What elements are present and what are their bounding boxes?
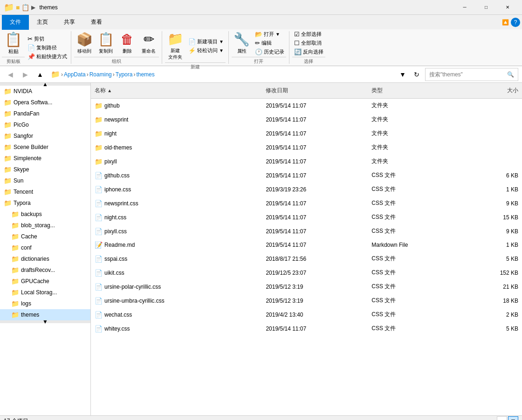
paste-button[interactable]: 📋 粘贴 — [2, 30, 25, 56]
invert-select-button[interactable]: 🔄 反向选择 — [292, 48, 325, 56]
table-row[interactable]: 📄 github.css 2019/5/14 11:07 CSS 文件 6 KB — [91, 169, 522, 183]
open-button[interactable]: 📂 打开 ▼ — [253, 30, 286, 38]
table-row[interactable]: 📄 ursine-polar-cyrillic.css 2019/5/12 3:… — [91, 280, 522, 294]
close-button[interactable]: ✕ — [497, 0, 518, 15]
breadcrumb-themes[interactable]: themes — [136, 71, 154, 78]
table-row[interactable]: 📁 github 2019/5/14 11:07 文件夹 — [91, 99, 522, 113]
file-list-header: 名称 ▲ 修改日期 类型 大小 — [91, 83, 522, 99]
file-date: 2019/5/14 11:07 — [262, 170, 368, 181]
breadcrumb-appdata[interactable]: AppData — [64, 71, 86, 78]
table-row[interactable]: 📄 whitey.css 2019/5/14 11:07 CSS 文件 5 KB — [91, 322, 522, 336]
details-view-button[interactable]: ⊞ — [508, 416, 518, 420]
paste-shortcut-button[interactable]: 📌 粘贴快捷方式 — [26, 53, 69, 61]
sidebar-item-simplenote[interactable]: 📁 Simplenote — [0, 153, 90, 164]
sidebar-item-scene-builder[interactable]: 📁 Scene Builder — [0, 142, 90, 153]
sidebar-item-skype[interactable]: 📁 Skype — [0, 164, 90, 175]
sidebar-item-local-storage[interactable]: 📁 Local Storag... — [0, 287, 90, 298]
tab-file[interactable]: 文件 — [2, 15, 29, 30]
sidebar-item-gpu-cache[interactable]: 📁 GPUCache — [0, 276, 90, 287]
copy-to-button[interactable]: 📋 复制到 — [96, 31, 116, 55]
table-row[interactable]: 📄 night.css 2019/5/14 11:07 CSS 文件 15 KB — [91, 210, 522, 224]
col-type-header[interactable]: 类型 — [368, 85, 457, 96]
table-row[interactable]: 📁 night 2019/5/14 11:07 文件夹 — [91, 127, 522, 141]
sidebar-item-logs[interactable]: 📁 logs — [0, 298, 90, 309]
file-type: CSS 文件 — [368, 197, 457, 209]
table-row[interactable]: 📁 pixyll 2019/5/14 11:07 文件夹 — [91, 155, 522, 169]
copy-path-button[interactable]: 📄 复制路径 — [26, 44, 69, 52]
table-row[interactable]: 📄 ursine-umbra-cyrillic.css 2019/5/12 3:… — [91, 294, 522, 308]
col-name-header[interactable]: 名称 ▲ — [91, 85, 262, 96]
delete-button[interactable]: 🗑 删除 — [117, 31, 137, 55]
col-size-header[interactable]: 大小 — [457, 85, 522, 96]
easy-access-button[interactable]: ⚡ 轻松访问 ▼ — [186, 47, 226, 54]
new-item-button[interactable]: 📄 新建项目 ▼ — [186, 38, 226, 46]
file-size: 18 KB — [457, 296, 522, 306]
sidebar-item-dictionaries[interactable]: 📁 dictionaries — [0, 253, 90, 264]
breadcrumb-typora[interactable]: Typora — [116, 71, 133, 78]
rename-button[interactable]: ✏ 重命名 — [138, 31, 159, 55]
table-row[interactable]: 📄 wechat.css 2019/4/2 13:40 CSS 文件 2 KB — [91, 308, 522, 322]
search-box[interactable]: 🔍 — [425, 68, 518, 81]
back-button[interactable]: ◀ — [4, 68, 17, 81]
sidebar-item-tencent[interactable]: 📁 Tencent — [0, 186, 90, 197]
sidebar-item-backups[interactable]: 📁 backups — [0, 209, 90, 220]
sidebar-item-sangfor[interactable]: 📁 Sangfor — [0, 130, 90, 142]
file-date: 2019/4/2 13:40 — [262, 310, 368, 320]
sidebar-item-conf[interactable]: 📁 conf — [0, 242, 90, 253]
sidebar-item-picgo[interactable]: 📁 PicGo — [0, 119, 90, 130]
refresh-button[interactable]: ↻ — [410, 68, 423, 81]
minimize-button[interactable]: ─ — [454, 0, 475, 15]
tab-home[interactable]: 主页 — [29, 15, 56, 29]
file-name: 📄 newsprint.css — [91, 198, 262, 209]
table-row[interactable]: 📝 Readme.md 2019/5/14 11:07 Markdown Fil… — [91, 238, 522, 252]
cut-button[interactable]: ✂ 剪切 — [26, 35, 69, 43]
file-type: CSS 文件 — [368, 323, 457, 334]
folder-icon: 📁 — [4, 143, 12, 151]
sidebar-item-drafts-recovery[interactable]: 📁 draftsRecov... — [0, 264, 90, 276]
tab-view[interactable]: 查看 — [83, 15, 110, 29]
css-icon: 📄 — [95, 283, 103, 291]
table-row[interactable]: 📁 newsprint 2019/5/14 11:07 文件夹 — [91, 113, 522, 127]
file-name: 📄 sspai.css — [91, 253, 262, 264]
table-row[interactable]: 📄 iphone.css 2019/3/19 23:26 CSS 文件 1 KB — [91, 183, 522, 196]
file-name: 📄 pixyll.css — [91, 226, 262, 237]
file-type: CSS 文件 — [368, 253, 457, 264]
select-none-button[interactable]: ☐ 全部取消 — [292, 39, 325, 47]
file-name: 📄 github.css — [91, 170, 262, 181]
forward-button[interactable]: ▶ — [19, 68, 32, 81]
file-size: 1 KB — [457, 184, 522, 195]
tab-share[interactable]: 共享 — [56, 15, 83, 29]
file-size: 9 KB — [457, 198, 522, 209]
table-row[interactable]: 📁 old-themes 2019/5/14 11:07 文件夹 — [91, 141, 522, 155]
sidebar-item-typora[interactable]: 📁 Typora — [0, 197, 90, 209]
up-button[interactable]: ▲ — [34, 68, 47, 81]
file-size — [457, 160, 522, 163]
folder-icon: 📁 — [95, 158, 103, 165]
move-to-button[interactable]: 📦 移动到 — [74, 31, 95, 55]
select-all-button[interactable]: ☑ 全部选择 — [292, 30, 325, 38]
sidebar-item-sun[interactable]: 📁 Sun — [0, 175, 90, 186]
col-date-header[interactable]: 修改日期 — [262, 85, 368, 96]
table-row[interactable]: 📄 uikit.css 2019/12/5 23:07 CSS 文件 152 K… — [91, 266, 522, 280]
maximize-button[interactable]: □ — [475, 0, 497, 15]
sidebar-item-blob-storage[interactable]: 📁 blob_storag... — [0, 220, 90, 231]
table-row[interactable]: 📄 sspai.css 2018/8/17 21:56 CSS 文件 5 KB — [91, 252, 522, 266]
sidebar-item-cache[interactable]: 📁 Cache — [0, 231, 90, 242]
sidebar-scroll-down[interactable]: ▼ — [0, 320, 90, 323]
history-button[interactable]: 🕐 历史记录 — [253, 48, 286, 56]
list-view-button[interactable]: ≡ — [497, 416, 507, 420]
breadcrumb[interactable]: 📁 › AppData › Roaming › Typora › themes — [48, 68, 394, 81]
organize-group: 📦 移动到 📋 复制到 🗑 删除 ✏ 重命名 组织 — [71, 29, 162, 66]
table-row[interactable]: 📄 newsprint.css 2019/5/14 11:07 CSS 文件 9… — [91, 196, 522, 210]
dropdown-button[interactable]: ▼ — [396, 68, 409, 81]
file-size: 1 KB — [457, 240, 522, 250]
new-folder-button[interactable]: 📁 新建文件夹 — [165, 30, 185, 61]
sidebar-item-pandafan[interactable]: 📁 PandaFan — [0, 108, 90, 119]
file-type: CSS 文件 — [368, 309, 457, 320]
table-row[interactable]: 📄 pixyll.css 2019/5/14 11:07 CSS 文件 9 KB — [91, 224, 522, 238]
properties-button[interactable]: 🔧 属性 — [232, 31, 252, 55]
search-input[interactable] — [429, 71, 505, 78]
edit-button[interactable]: ✏ 编辑 — [253, 39, 286, 47]
sidebar-item-opera[interactable]: 📁 Opera Softwa... — [0, 97, 90, 108]
breadcrumb-roaming[interactable]: Roaming — [89, 71, 112, 78]
